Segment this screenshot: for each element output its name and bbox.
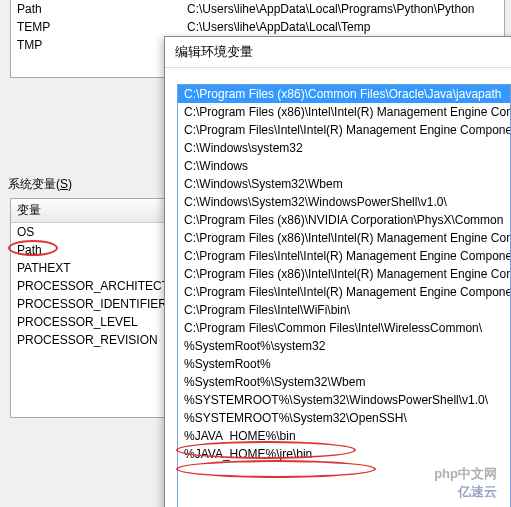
path-entry[interactable]: %SystemRoot%\system32 [178,337,510,355]
label-prefix: 系统变量( [8,177,60,191]
edit-env-var-dialog: 编辑环境变量 C:\Program Files (x86)\Common Fil… [164,36,511,507]
path-entry[interactable]: C:\Program Files\Intel\Intel(R) Manageme… [178,283,510,301]
user-var-row[interactable]: TEMP C:\Users\lihe\AppData\Local\Temp [11,18,504,36]
user-var-name: TEMP [17,20,187,34]
path-entry-selected[interactable]: C:\Program Files (x86)\Common Files\Orac… [178,85,510,103]
user-var-value: C:\Users\lihe\AppData\Local\Temp [187,20,498,34]
path-entry[interactable]: C:\Program Files (x86)\NVIDIA Corporatio… [178,211,510,229]
path-entry[interactable]: %SystemRoot%\System32\Wbem [178,373,510,391]
user-var-row[interactable]: Path C:\Users\lihe\AppData\Local\Program… [11,0,504,18]
path-entry[interactable]: C:\Windows [178,157,510,175]
path-entry[interactable]: %SYSTEMROOT%\System32\WindowsPowerShell\… [178,391,510,409]
path-entry[interactable]: C:\Program Files\Common Files\Intel\Wire… [178,319,510,337]
path-entry[interactable]: C:\Windows\System32\Wbem [178,175,510,193]
path-entry[interactable]: C:\Program Files\Intel\Intel(R) Manageme… [178,121,510,139]
dialog-title: 编辑环境变量 [165,37,511,68]
path-entry[interactable]: C:\Windows\system32 [178,139,510,157]
env-vars-window: Path C:\Users\lihe\AppData\Local\Program… [0,0,511,507]
user-var-value: C:\Users\lihe\AppData\Local\Programs\Pyt… [187,2,498,16]
path-entry[interactable]: %SystemRoot% [178,355,510,373]
path-entry[interactable]: C:\Program Files (x86)\Intel\Intel(R) Ma… [178,229,510,247]
label-hotkey: S [60,177,68,191]
path-entry[interactable]: C:\Program Files (x86)\Intel\Intel(R) Ma… [178,103,510,121]
user-var-name: TMP [17,38,187,52]
path-entry[interactable]: C:\Program Files\Intel\WiFi\bin\ [178,301,510,319]
path-entries-list[interactable]: C:\Program Files (x86)\Common Files\Orac… [177,84,511,507]
path-entry-java-home-jre-bin[interactable]: %JAVA_HOME%\jre\bin [178,445,510,463]
path-entry[interactable]: C:\Program Files (x86)\Intel\Intel(R) Ma… [178,265,510,283]
system-vars-label: 系统变量(S) [8,176,72,193]
path-entry[interactable]: C:\Program Files\Intel\Intel(R) Manageme… [178,247,510,265]
path-entry[interactable]: C:\Windows\System32\WindowsPowerShell\v1… [178,193,510,211]
label-suffix: ) [68,177,72,191]
path-entry[interactable]: %SYSTEMROOT%\System32\OpenSSH\ [178,409,510,427]
path-entry-java-home-bin[interactable]: %JAVA_HOME%\bin [178,427,510,445]
user-var-name: Path [17,2,187,16]
